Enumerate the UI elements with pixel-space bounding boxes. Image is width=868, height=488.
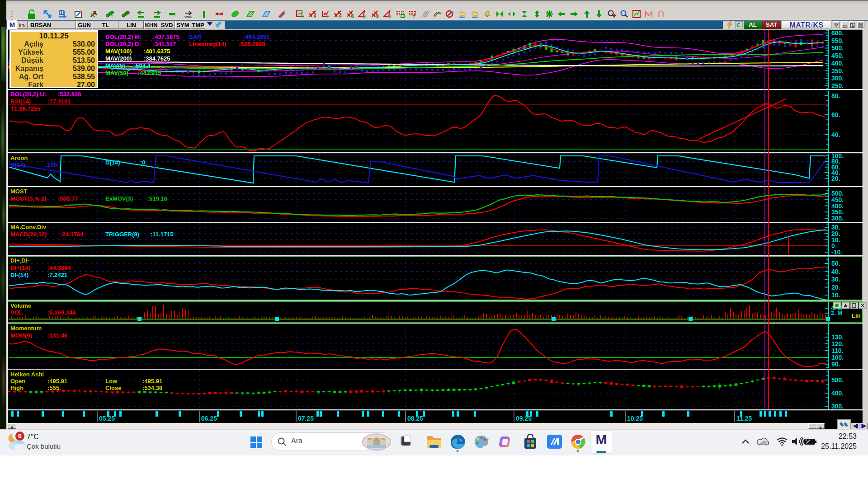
- svg-text:RSI(14): RSI(14): [10, 98, 31, 105]
- svg-text:10.25: 10.25: [627, 415, 643, 422]
- svg-text:MAV(50): MAV(50): [105, 70, 128, 76]
- svg-text:Heiken Ashi: Heiken Ashi: [10, 371, 44, 378]
- svg-text:300.: 300.: [831, 75, 844, 82]
- svg-text:F: F: [339, 14, 342, 19]
- svg-text:6: 6: [18, 432, 22, 440]
- svg-text:1: 1: [60, 10, 62, 15]
- svg-text:Fark: Fark: [28, 81, 43, 89]
- svg-text:550.: 550.: [831, 37, 844, 44]
- svg-text:MAV(100): MAV(100): [105, 48, 132, 55]
- svg-text:500.: 500.: [831, 376, 844, 384]
- svg-text:S: S: [388, 14, 391, 19]
- svg-text:20.: 20.: [831, 175, 840, 182]
- svg-text:F: F: [302, 14, 304, 19]
- svg-text:T: T: [413, 14, 415, 19]
- svg-text:20.: 20.: [831, 284, 840, 291]
- svg-text:SAR: SAR: [189, 33, 202, 40]
- svg-text:DI-(14): DI-(14): [10, 272, 28, 278]
- svg-text:50.: 50.: [831, 260, 840, 267]
- svg-text:MACD(26,12): MACD(26,12): [10, 231, 47, 238]
- svg-text:High: High: [10, 385, 24, 391]
- svg-text:Düşük: Düşük: [21, 56, 43, 64]
- svg-text:G: G: [351, 14, 354, 19]
- svg-text:539.00: 539.00: [73, 65, 95, 72]
- svg-text:MOST: MOST: [10, 188, 28, 195]
- svg-text:513.50: 513.50: [73, 56, 95, 64]
- svg-text:09.25: 09.25: [516, 415, 532, 422]
- svg-text::526.2928: :526.2928: [239, 41, 265, 47]
- svg-text:2. M: 2. M: [831, 310, 842, 316]
- svg-text::504.4: :504.4: [134, 62, 151, 69]
- svg-text:11.25: 11.25: [736, 415, 752, 422]
- svg-text:90.: 90.: [831, 361, 840, 368]
- svg-text::401.6375: :401.6375: [144, 48, 170, 55]
- svg-text:Lin: Lin: [852, 312, 861, 319]
- svg-text:110.: 110.: [831, 347, 843, 354]
- svg-text:40.: 40.: [831, 268, 840, 275]
- svg-text:300.: 300.: [831, 403, 844, 410]
- svg-text:400.: 400.: [831, 60, 844, 67]
- svg-text:G: G: [376, 14, 379, 19]
- svg-text:530.00: 530.00: [73, 40, 95, 48]
- svg-text:MAV(5): MAV(5): [105, 62, 125, 69]
- svg-text:400.: 400.: [831, 389, 844, 397]
- svg-text:300.: 300.: [831, 215, 844, 222]
- svg-text:Linearreg(14): Linearreg(14): [189, 41, 226, 47]
- svg-text:T1:66.7255: T1:66.7255: [10, 105, 41, 112]
- svg-text:BOL(20,2) M:: BOL(20,2) M:: [105, 33, 142, 40]
- svg-text:06.25: 06.25: [201, 415, 217, 422]
- svg-text:MOST(3,% 2): MOST(3,% 2): [10, 195, 46, 202]
- svg-text::495.91: :495.91: [47, 378, 67, 385]
- svg-text::532.828: :532.828: [58, 91, 81, 98]
- svg-text:VOL: VOL: [10, 309, 23, 316]
- svg-text::24.1764: :24.1764: [60, 231, 84, 238]
- svg-text:BOL(20,2) D:: BOL(20,2) D:: [105, 41, 141, 47]
- svg-text:120.: 120.: [831, 340, 844, 347]
- svg-text::77.3101: :77.3101: [47, 98, 71, 105]
- svg-text:S: S: [363, 14, 366, 19]
- svg-text:27.00: 27.00: [77, 81, 95, 89]
- svg-text:MAV(200): MAV(200): [105, 55, 132, 62]
- svg-text::7.2421: :7.2421: [47, 272, 67, 278]
- svg-text:Close: Close: [105, 385, 121, 391]
- svg-text:600.: 600.: [831, 29, 844, 37]
- svg-text:YlSIN: YlSIN: [184, 16, 192, 19]
- svg-text::384.7625: :384.7625: [144, 55, 170, 62]
- svg-text::495.91: :495.91: [142, 378, 162, 385]
- svg-text:DI+,DI-: DI+,DI-: [10, 257, 29, 264]
- svg-text:U(14): U(14): [10, 161, 25, 168]
- svg-text:ExMOV(3): ExMOV(3): [105, 195, 133, 202]
- svg-text::441.915: :441.915: [138, 70, 161, 76]
- svg-text:10.11.25: 10.11.25: [39, 32, 68, 40]
- svg-text::519.16: :519.16: [147, 195, 167, 202]
- svg-text::100.: :100.: [45, 161, 59, 168]
- svg-text:Volume: Volume: [10, 302, 31, 309]
- svg-text:07.25: 07.25: [298, 415, 314, 422]
- svg-text:Momentum: Momentum: [10, 325, 42, 332]
- svg-text:08.25: 08.25: [407, 415, 423, 422]
- svg-text:C: C: [736, 22, 741, 28]
- svg-text:80.: 80.: [831, 92, 840, 99]
- svg-text:350.: 350.: [831, 67, 844, 75]
- svg-text:TRIGGER(9): TRIGGER(9): [105, 231, 139, 238]
- svg-text:DI+(14): DI+(14): [10, 264, 30, 271]
- svg-text:D(14): D(14): [105, 159, 120, 166]
- svg-text:10.: 10.: [831, 291, 840, 299]
- svg-text:BOL(20,2) U:: BOL(20,2) U:: [10, 91, 46, 98]
- svg-text:250.: 250.: [831, 82, 844, 89]
- svg-text::341.547: :341.547: [153, 41, 176, 47]
- svg-text::534.38: :534.38: [142, 385, 162, 391]
- svg-text:500.: 500.: [831, 44, 844, 52]
- svg-text::437.1875: :437.1875: [153, 33, 179, 40]
- svg-text:Yüksek: Yüksek: [18, 48, 43, 56]
- svg-text::508.77: :508.77: [58, 195, 78, 202]
- svg-text::0.: :0.: [140, 159, 147, 166]
- svg-text::131.46: :131.46: [47, 332, 67, 339]
- svg-text::5,269,344: :5,269,344: [47, 309, 76, 316]
- svg-text:130.: 130.: [831, 333, 844, 341]
- svg-text:F: F: [326, 14, 329, 19]
- svg-text:MOM(9): MOM(9): [10, 332, 32, 339]
- svg-text:555.00: 555.00: [73, 48, 95, 56]
- svg-text:F: F: [314, 14, 316, 19]
- svg-text::464.2851: :464.2851: [243, 33, 270, 40]
